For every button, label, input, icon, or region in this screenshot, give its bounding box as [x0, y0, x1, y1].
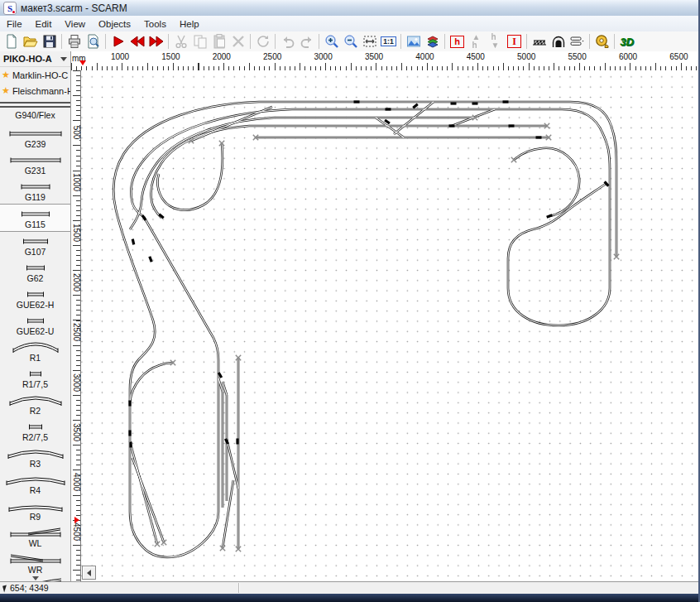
track-item-R4[interactable]: R4 [0, 470, 70, 497]
toolbar-separator [275, 34, 276, 49]
menu-item-file[interactable]: File [0, 17, 29, 31]
track-item-GUE62-H[interactable]: GUE62-H [0, 285, 70, 311]
menu-item-view[interactable]: View [58, 17, 92, 31]
track-item-label: R4 [30, 485, 41, 495]
track-item-label: G239 [25, 139, 46, 149]
cut-icon[interactable] [171, 32, 190, 51]
track-item-G119[interactable]: G119 [0, 177, 70, 204]
paste-icon[interactable] [209, 32, 228, 51]
start-point-icon[interactable] [108, 32, 127, 51]
track-item-label: G62 [27, 273, 44, 283]
toolbar-separator [105, 34, 106, 49]
track-item-R1[interactable]: R1 [0, 338, 70, 364]
turnout-mark [451, 102, 457, 104]
h-ruler-label: 1000 [109, 52, 131, 61]
measure-icon[interactable] [592, 32, 611, 51]
track-item-G239[interactable]: G239 [0, 124, 70, 151]
turnout-mark [386, 108, 391, 110]
h-ruler-label: 3000 [312, 52, 333, 61]
h-ruler-label: 3500 [363, 52, 385, 61]
h-ruler-label: 2000 [211, 52, 233, 61]
cursor-icon [2, 585, 8, 592]
prev-selection-icon[interactable] [127, 32, 146, 51]
list-scroll-down[interactable] [0, 575, 70, 581]
menu-item-tools[interactable]: Tools [137, 17, 173, 31]
layout-canvas[interactable] [81, 70, 698, 582]
menu-item-edit[interactable]: Edit [29, 17, 59, 31]
window-title: макет3.scarm - SCARM [21, 2, 127, 14]
height-up-icon[interactable]: ▲h [467, 32, 486, 51]
track-item-G940-Flex[interactable]: G940/Flex [0, 108, 70, 124]
track-item-R3[interactable]: R3 [0, 444, 70, 470]
rotate-icon[interactable] [253, 32, 272, 51]
zoom-out-icon[interactable] [341, 32, 360, 51]
undo-icon[interactable] [278, 32, 297, 51]
track-item-G115[interactable]: G115 [0, 204, 70, 232]
print-icon[interactable] [65, 32, 84, 51]
cursor-coordinates-panel: 654; 4349 [0, 583, 239, 593]
scroll-left-icon [87, 570, 91, 576]
menu-item-objects[interactable]: Objects [92, 17, 137, 31]
turnout-mark [224, 438, 229, 445]
track-item-R2[interactable]: R2 [0, 391, 70, 417]
toolbar-separator [168, 34, 169, 49]
delete-icon[interactable] [228, 32, 247, 51]
track-item-G231[interactable]: G231 [0, 151, 70, 177]
track-item-G62[interactable]: G62 [0, 258, 70, 285]
favorite-label: Marklin-HO-C [12, 70, 68, 80]
toolbar-separator [61, 34, 62, 49]
track-item-G107[interactable]: G107 [0, 232, 70, 258]
ruler-cursor-marker-h [79, 60, 86, 65]
v-ruler-label: 2500 [72, 321, 80, 343]
toolbar-separator [400, 34, 401, 49]
track-item-R2-7-5[interactable]: R2/7,5 [0, 417, 70, 444]
zoom-1-1-icon[interactable]: 1:1 [379, 32, 398, 51]
zoom-fit-icon[interactable] [360, 32, 379, 51]
layers-icon[interactable] [423, 32, 442, 51]
hscroll-left-button[interactable] [82, 566, 96, 580]
heights-icon[interactable]: h [448, 32, 467, 51]
h-ruler-label: 6000 [617, 52, 639, 61]
chevron-down-icon [60, 57, 67, 61]
bridge-icon[interactable] [530, 32, 549, 51]
track-item-label: G107 [25, 247, 46, 257]
turnout-mark [546, 214, 553, 218]
track-item-R1-7-5[interactable]: R1/7,5 [0, 364, 70, 391]
v-ruler-label: 500 [72, 122, 80, 143]
turnout-mark [128, 401, 131, 407]
text-tool-icon[interactable]: I [505, 32, 524, 51]
redo-icon[interactable] [297, 32, 316, 51]
title-bar: S макет3.scarm - SCARM [0, 0, 698, 17]
track-library-select[interactable]: PIKO-HO-A [0, 51, 70, 67]
roadbed-icon[interactable] [568, 32, 587, 51]
save-icon[interactable] [40, 32, 59, 51]
menu-bar: FileEditViewObjectsToolsHelp [0, 16, 698, 32]
print-preview-icon[interactable] [84, 32, 103, 51]
turnout-mark [472, 102, 478, 104]
height-down-icon[interactable]: h▼ [486, 32, 505, 51]
v-ruler-label: 3000 [72, 372, 80, 393]
track-item-WL[interactable]: WL [0, 523, 70, 550]
v-ruler-label: 1500 [72, 222, 80, 243]
open-icon[interactable] [21, 32, 40, 51]
star-icon: ★ [2, 70, 10, 80]
toolbar-separator [250, 34, 251, 49]
background-image-icon[interactable] [404, 32, 423, 51]
track-item-R9[interactable]: R9 [0, 497, 70, 523]
turnout-mark [536, 136, 542, 138]
cursor-coordinates: 654; 4349 [10, 583, 49, 593]
copy-icon[interactable] [190, 32, 209, 51]
star-icon: ★ [2, 85, 10, 96]
view-3d-icon[interactable]: 3D [617, 32, 636, 51]
favorite-library-fleischmann-ho[interactable]: ★Fleischmann-HO [0, 83, 70, 99]
next-selection-icon[interactable] [146, 32, 165, 51]
track-item-WR[interactable]: WR [0, 550, 70, 576]
track-item-GUE62-U[interactable]: GUE62-U [0, 311, 70, 338]
window-bottom-edge [0, 594, 698, 602]
favorite-library-marklin-ho-c[interactable]: ★Marklin-HO-C [0, 67, 70, 83]
new-icon[interactable] [2, 32, 21, 51]
tunnel-icon[interactable] [549, 32, 568, 51]
track-plan-drawing [81, 70, 698, 582]
menu-item-help[interactable]: Help [173, 17, 206, 31]
zoom-in-icon[interactable] [322, 32, 341, 51]
